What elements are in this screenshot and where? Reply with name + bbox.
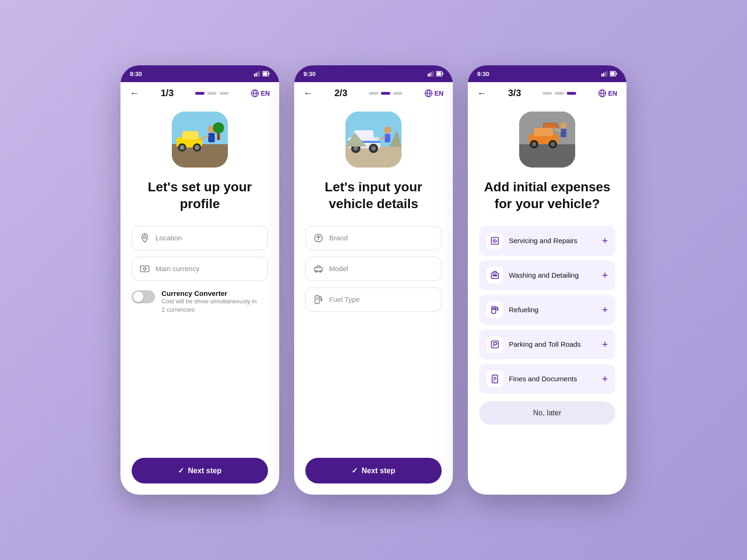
globe-icon-3 [598,89,606,98]
add-refueling-button[interactable]: + [602,304,608,316]
next-step-label-1: Next step [188,467,221,475]
no-later-button[interactable]: No, later [479,401,615,425]
step-indicator-3: 3/3 [508,88,521,98]
svg-rect-3 [259,71,261,77]
screen-content-2: Let's input yourvehicle details Brand Mo… [294,104,453,495]
nav-bar-1: ← 1/3 EN [120,82,279,104]
lang-selector-1[interactable]: EN [251,89,270,98]
svg-rect-63 [606,71,608,77]
currency-field[interactable]: Main currency [132,257,268,281]
next-step-button-1[interactable]: ✓ Next step [132,458,268,483]
status-bar-1: 9:30 [120,65,279,82]
svg-point-44 [353,146,358,151]
svg-rect-6 [269,73,270,75]
svg-point-15 [180,145,184,150]
checkmark-icon-2: ✓ [352,466,358,475]
expense-item-fines[interactable]: Fines and Documents + [479,364,615,394]
dot-2-3 [393,92,402,95]
back-button-2[interactable]: ← [303,88,313,98]
svg-point-17 [195,145,199,150]
add-servicing-button[interactable]: + [602,235,608,247]
dot-1-1 [195,92,204,95]
expense-item-servicing[interactable]: Servicing and Repairs + [479,226,615,256]
globe-icon-1 [251,89,259,98]
refuel-icon [490,305,500,315]
svg-rect-2 [257,72,259,77]
expense-label-fines: Fines and Documents [509,375,596,383]
svg-rect-28 [428,74,429,77]
svg-rect-29 [430,73,431,77]
nav-bar-2: ← 2/3 EN [294,82,453,104]
add-fines-button[interactable]: + [602,373,608,385]
lang-label-3: EN [608,90,617,97]
hero-illustration-2 [345,112,402,168]
step-indicator-1: 1/3 [161,88,174,98]
expense-item-washing[interactable]: Washing and Detailing + [479,260,615,290]
next-step-button-2[interactable]: ✓ Next step [305,458,442,483]
svg-rect-66 [616,73,617,75]
svg-rect-19 [208,133,215,142]
svg-point-23 [143,236,146,238]
status-icons-1 [254,71,270,77]
svg-rect-30 [431,72,432,77]
nav-bar-3: ← 3/3 EN [468,82,627,104]
hero-image-3 [519,112,575,168]
expense-item-parking[interactable]: Parking and Toll Roads + [479,329,615,359]
lang-label-2: EN [435,90,444,97]
expense-label-refueling: Refueling [509,306,596,314]
next-step-label-2: Next step [361,467,395,475]
add-parking-button[interactable]: + [602,338,608,350]
status-time-2: 9:30 [303,70,316,77]
lang-selector-2[interactable]: EN [424,89,444,98]
dot-2-1 [369,92,378,95]
lang-selector-3[interactable]: EN [598,89,617,98]
back-button-3[interactable]: ← [477,88,486,98]
location-icon [140,233,150,243]
svg-rect-33 [437,72,441,76]
hero-image-2 [345,112,402,168]
svg-point-79 [560,122,567,129]
dot-3-2 [555,92,564,95]
toggle-text: Currency Converter Cost will be show sim… [162,289,257,314]
expense-label-servicing: Servicing and Repairs [509,237,596,245]
wash-icon [490,271,500,280]
expense-icon-wrap-parking [486,336,503,353]
back-button-1[interactable]: ← [130,88,139,98]
dot-3-1 [543,92,552,95]
fuel-label: Fuel Type [329,295,360,303]
dot-3-3 [567,92,576,95]
screen-content-1: Let's set up yourprofile Location Main c… [120,104,279,495]
svg-point-27 [143,267,146,270]
svg-rect-48 [385,134,390,142]
expense-icon-wrap-washing [486,267,503,284]
expense-icon-wrap-servicing [486,232,503,249]
svg-point-87 [493,274,494,276]
screen-title-2: Let's input yourvehicle details [325,179,423,213]
location-field[interactable]: Location [132,226,268,250]
status-bar-2: 9:30 [294,65,453,82]
signal-icon-3 [601,71,608,77]
currency-converter-toggle[interactable] [132,290,155,303]
svg-rect-26 [141,266,149,272]
expense-icon-wrap-refueling [486,301,503,318]
signal-icon [254,71,261,77]
svg-rect-80 [561,129,566,137]
model-field[interactable]: Model [305,257,442,281]
phone-screen-2: 9:30 ← 2/3 EN [294,65,453,495]
svg-rect-65 [611,72,615,76]
expense-item-refueling[interactable]: Refueling + [479,295,615,325]
add-washing-button[interactable]: + [602,269,608,281]
fuel-field[interactable]: Fuel Type [305,287,442,312]
wrench-icon [490,236,500,245]
brand-field[interactable]: Brand [305,226,442,250]
fuel-type-icon [313,294,324,305]
svg-point-76 [532,142,536,147]
screen-title-3: Add initial expensesfor your vehicle? [484,179,611,213]
hero-illustration-3 [519,112,575,168]
svg-point-88 [495,274,497,276]
expense-label-washing: Washing and Detailing [509,271,596,279]
location-label: Location [155,234,182,242]
expense-list: Servicing and Repairs + Washing and Deta… [479,226,615,394]
currency-icon [140,264,150,274]
brand-label: Brand [329,234,348,242]
